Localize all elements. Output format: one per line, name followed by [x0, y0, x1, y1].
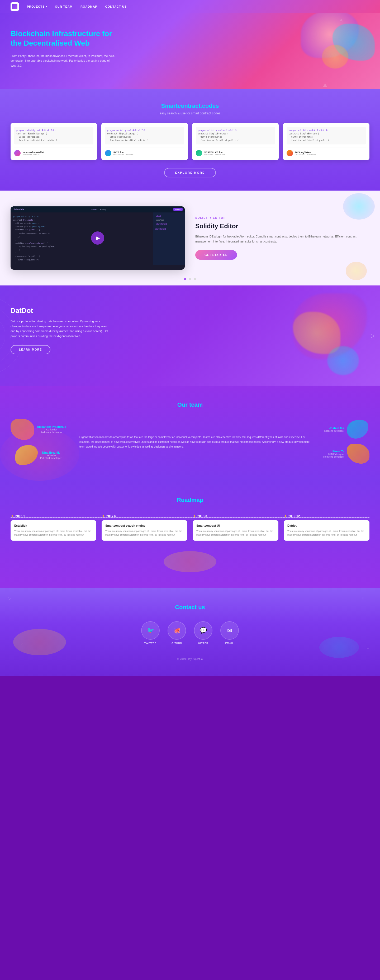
- member-4-role: UI/UX designer: [323, 453, 344, 455]
- play-button[interactable]: ▶: [91, 231, 104, 245]
- publish-button[interactable]: Publish: [173, 208, 183, 211]
- roadmap-item-1: ✦ 2016.1 Establish There are many variat…: [11, 514, 96, 541]
- code-block-3: pragma solidity >=0.4.0 <0.7.0; contract…: [196, 127, 275, 145]
- play-icon: ▶: [96, 235, 100, 241]
- card-avatar-3: [196, 150, 202, 156]
- dot-3[interactable]: [194, 278, 196, 280]
- deco-triangle-tl: ▷: [8, 596, 11, 601]
- smartcontract-subtitle: easy search & use for smart contract cod…: [11, 111, 369, 115]
- datdot-title: DatDot: [11, 307, 111, 315]
- member-1-subrole: Full-stack developer: [37, 431, 66, 434]
- star-icon-3: ✦: [193, 514, 196, 518]
- roadmap-card-text-3: There are many variations of passages of…: [196, 529, 275, 537]
- card-footer-2: IDCToken 0x02A4c7b3...7b9c8a6b: [105, 148, 184, 156]
- nav-projects[interactable]: PROJECTS ▾: [27, 5, 47, 8]
- member-4-avatar: [347, 444, 369, 464]
- editor-description: Ethereum IDE plugin for hackable Atom ed…: [195, 234, 369, 244]
- contact-blobs: [0, 629, 380, 660]
- explore-more-button[interactable]: EXPLORE MORE: [164, 168, 216, 177]
- editor-section: Claimable Publish History Publish pragma…: [0, 191, 380, 285]
- contract-card-1[interactable]: pragma solidity >=0.4.0 <0.7.0; contract…: [11, 123, 97, 160]
- roadmap-card-title-2: Smartcontract search engine: [105, 524, 184, 527]
- roadmap-card-text-2: There are many variations of passages of…: [105, 529, 184, 537]
- nav-roadmap[interactable]: ROADMAP: [80, 5, 97, 8]
- team-member-3: Joshua Mir backend developer: [323, 420, 369, 439]
- member-4-name: Fiona Ye: [323, 450, 344, 453]
- editor-preview: Claimable Publish History Publish pragma…: [11, 206, 185, 270]
- hero-section: Blockchain Infrastructure for the Decent…: [0, 13, 380, 89]
- nav-our-team[interactable]: OUR TEAM: [55, 5, 73, 8]
- hero-blobs: [152, 13, 380, 89]
- next-arrow[interactable]: ▷: [371, 332, 375, 339]
- roadmap-bottom-decoration: [11, 551, 369, 572]
- roadmap-year-3: ✦ 2018.3: [193, 514, 278, 518]
- datdot-content: DatDot Dat is a protocol for sharing dat…: [11, 307, 111, 354]
- datdot-description: Dat is a protocol for sharing data betwe…: [11, 319, 111, 339]
- card-avatar-4: [287, 150, 293, 156]
- roadmap-card-text-1: There are many variations of passages of…: [14, 529, 93, 537]
- contract-card-4[interactable]: pragma solidity >=0.4.0 <0.7.0; contract…: [283, 123, 369, 160]
- star-icon-2: ✦: [102, 514, 105, 518]
- roadmap-title: Roadmap: [11, 496, 369, 503]
- roadmap-year-4: ✦ 2019.12: [284, 514, 369, 518]
- contract-card-2[interactable]: pragma solidity >=0.4.0 <0.7.0; contract…: [101, 123, 188, 160]
- roadmap-card-title-3: Smartcontract UI: [196, 524, 275, 527]
- roadmap-card-2: Smartcontract search engine There are ma…: [102, 520, 187, 541]
- datdot-section: DatDot Dat is a protocol for sharing dat…: [0, 285, 380, 386]
- editor-tag: SOLIDITY EDITOR: [195, 216, 369, 219]
- roadmap-timeline: ✦ 2016.1 Establish There are many variat…: [11, 514, 369, 541]
- card-address-2: 0x02A4c7b3...7b9c8a6b: [113, 154, 134, 156]
- card-avatar-2: [105, 150, 111, 156]
- code-editor: pragma solidity ^0.5.0; contract Claimab…: [11, 212, 153, 265]
- team-description: Organizations form teams to accomplish t…: [74, 435, 315, 449]
- roadmap-card-title-1: Establish: [14, 524, 93, 527]
- learn-more-button[interactable]: LEARN MORE: [11, 345, 50, 354]
- hero-title: Blockchain Infrastructure for the Decent…: [11, 29, 116, 48]
- contract-card-3[interactable]: pragma solidity >=0.4.0 <0.7.0; contract…: [192, 123, 279, 160]
- team-title: Our team: [11, 401, 369, 408]
- code-block-1: pragma solidity >=0.4.0 <0.7.0; contract…: [14, 127, 93, 145]
- claimable-label: Claimable: [13, 208, 24, 211]
- team-member-4: Fiona Ye UI/UX designer Front-end develo…: [323, 444, 369, 464]
- nav-contact-us[interactable]: CONTACT US: [105, 5, 127, 8]
- card-avatar-1: [14, 150, 21, 156]
- get-started-button[interactable]: GET STARTED: [195, 250, 237, 259]
- roadmap-card-title-4: Datdot: [287, 524, 366, 527]
- card-footer-4: BitSongToken 0x005579b7...0cac905d9: [287, 148, 366, 156]
- roadmap-section: Roadmap ✦ 2016.1 Establish There are man…: [0, 481, 380, 588]
- logo[interactable]: [11, 2, 19, 11]
- member-2-avatar: [15, 445, 38, 465]
- editor-title: Solidity Editor: [195, 223, 369, 230]
- member-2-subrole: Full-stack developer: [40, 457, 62, 460]
- editor-text-content: SOLIDITY EDITOR Solidity Editor Ethereum…: [195, 216, 369, 259]
- member-1-role: Co-funder: [37, 428, 66, 431]
- member-3-name: Joshua Mir: [324, 426, 344, 430]
- datdot-blobs: [171, 285, 380, 386]
- roadmap-card-3: Smartcontract UI There are many variatio…: [193, 520, 278, 541]
- card-footer-3: VESTELLAToken 0x0345c89...9e356a0b9a: [196, 148, 275, 156]
- roadmap-items: ✦ 2016.1 Establish There are many variat…: [11, 514, 369, 541]
- star-icon-4: ✦: [284, 514, 287, 518]
- smartcontract-section: Smartcontract.codes easy search & use fo…: [0, 89, 380, 191]
- roadmap-item-4: ✦ 2019.12 Datdot There are many variatio…: [284, 514, 369, 541]
- card-name-2: IDCToken: [113, 151, 134, 154]
- code-block-2: pragma solidity >=0.4.0 <0.7.0; contract…: [105, 127, 184, 145]
- editor-sidebar: about sendTest claimReward claimReward →: [153, 212, 185, 265]
- dot-2[interactable]: [189, 278, 191, 280]
- deco-triangle-tr: △: [362, 596, 364, 600]
- contact-section: ▷ △ ▷ ▽ Contact us 🐦 TWITTER 🐙 GITHUB 💬 …: [0, 588, 380, 676]
- member-1-name: Alexander Praetorius: [37, 425, 66, 428]
- card-name-4: BitSongToken: [295, 151, 316, 154]
- editor-blob-1: [343, 193, 375, 220]
- editor-tabs: Publish History: [91, 208, 106, 210]
- roadmap-card-4: Datdot There are many variations of pass…: [284, 520, 369, 541]
- roadmap-year-1: ✦ 2016.1: [11, 514, 96, 518]
- member-1-avatar: [11, 419, 34, 440]
- card-address-3: 0x0345c89...9e356a0b9a: [204, 154, 225, 156]
- navigation: PROJECTS ▾ OUR TEAM ROADMAP CONTACT US: [0, 0, 380, 13]
- editor-blob-2: [346, 262, 367, 280]
- card-name-3: VESTELLAToken: [204, 151, 225, 154]
- dot-1[interactable]: [184, 278, 186, 280]
- slide-dots: [184, 277, 197, 281]
- card-footer-1: IntermediateWallet 0x04839ae...c0657b3: [14, 148, 93, 156]
